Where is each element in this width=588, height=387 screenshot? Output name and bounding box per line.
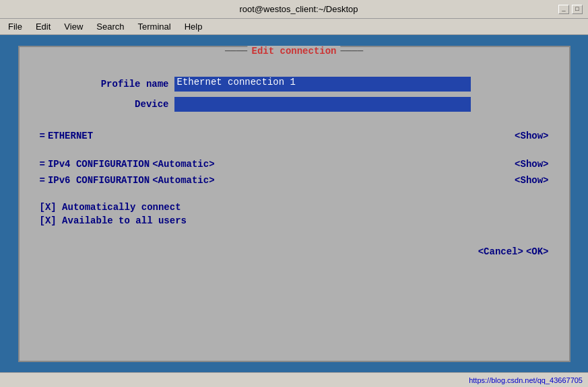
dialog-title-bar: ──── Edit connection ──── [225, 46, 363, 57]
edit-connection-dialog: ──── Edit connection ──── Profile name E… [18, 46, 570, 362]
auto-connect-label: [X] Automatically connect [40, 202, 181, 213]
auto-connect-row[interactable]: [X] Automatically connect [40, 202, 549, 213]
menu-file[interactable]: File [3, 20, 28, 33]
available-users-row[interactable]: [X] Available to all users [40, 215, 549, 226]
device-row: Device [40, 97, 549, 112]
menu-view[interactable]: View [59, 20, 88, 33]
status-url: https://blog.csdn.net/qq_43667705 [469, 376, 583, 384]
terminal-area: ──── Edit connection ──── Profile name E… [0, 35, 588, 372]
profile-name-value: Ethernet connection 1 [177, 77, 296, 87]
ethernet-section-row: = ETHERNET <Show> [40, 129, 549, 143]
menu-help[interactable]: Help [179, 20, 208, 33]
minimize-button[interactable]: _ [558, 5, 569, 14]
ipv4-section-row: = IPv4 CONFIGURATION <Automatic> <Show> [40, 157, 549, 171]
maximize-button[interactable]: □ [572, 5, 583, 14]
profile-name-row: Profile name Ethernet connection 1 [40, 77, 549, 92]
menu-bar: File Edit View Search Terminal Help [0, 19, 588, 35]
ipv6-section-left: = IPv6 CONFIGURATION <Automatic> [40, 175, 215, 186]
ipv6-section-row: = IPv6 CONFIGURATION <Automatic> <Show> [40, 174, 549, 187]
ethernet-section-left: = ETHERNET [40, 131, 94, 141]
ipv6-value[interactable]: <Automatic> [152, 175, 214, 186]
profile-name-label: Profile name [40, 79, 174, 90]
menu-edit[interactable]: Edit [30, 20, 56, 33]
ipv4-show-button[interactable]: <Show> [515, 159, 548, 170]
device-label: Device [40, 99, 174, 110]
window-controls: _ □ [558, 5, 583, 14]
ethernet-label: ETHERNET [48, 131, 93, 141]
menu-search[interactable]: Search [91, 20, 129, 33]
window-title: root@westos_client:~/Desktop [39, 4, 558, 14]
device-input[interactable] [174, 97, 471, 112]
ethernet-equals: = [40, 131, 45, 141]
title-bar: root@westos_client:~/Desktop _ □ [0, 0, 588, 19]
profile-name-input[interactable]: Ethernet connection 1 [174, 77, 471, 92]
ipv4-section-left: = IPv4 CONFIGURATION <Automatic> [40, 159, 215, 170]
title-bracket-right: ──── [341, 46, 364, 57]
ipv6-show-button[interactable]: <Show> [515, 175, 548, 186]
ipv6-label[interactable]: IPv6 CONFIGURATION [48, 175, 150, 186]
ipv4-equals: = [40, 159, 45, 170]
available-users-label: [X] Available to all users [40, 215, 187, 226]
ipv4-value[interactable]: <Automatic> [152, 159, 214, 170]
ethernet-show-button[interactable]: <Show> [515, 131, 548, 141]
title-bracket-left: ──── [225, 46, 248, 57]
dialog-title: Edit connection [247, 46, 340, 57]
cancel-button[interactable]: <Cancel> [478, 246, 523, 257]
status-bar: https://blog.csdn.net/qq_43667705 [0, 372, 588, 387]
ipv6-equals: = [40, 175, 45, 186]
ok-button[interactable]: <OK> [526, 246, 549, 257]
ipv4-label[interactable]: IPv4 CONFIGURATION [48, 159, 150, 170]
bottom-buttons: <Cancel> <OK> [40, 246, 549, 257]
menu-terminal[interactable]: Terminal [133, 20, 176, 33]
